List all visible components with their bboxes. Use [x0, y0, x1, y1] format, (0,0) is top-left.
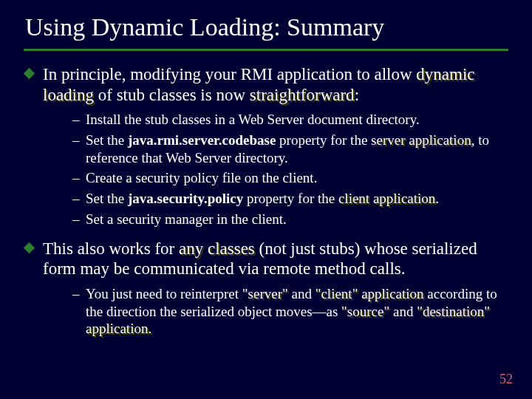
text: You just need to reinterpret	[86, 286, 242, 301]
text: and	[389, 304, 417, 319]
text: Set the	[86, 132, 128, 148]
text: Set a security manager in the client.	[86, 211, 287, 227]
page-number: 52	[499, 372, 513, 387]
emph-destination: "destination"	[417, 304, 490, 319]
sub-list-2: You just need to reinterpret "server" an…	[21, 285, 511, 338]
code-codebase: java.rmi.server.codebase	[128, 132, 276, 148]
text: .	[435, 191, 439, 206]
sub-item: Set the java.rmi.server.codebase propert…	[72, 132, 511, 167]
bullet-1: In principle, modifying your RMI applica…	[21, 64, 511, 105]
diamond-icon	[24, 68, 35, 80]
bullet-list-2: This also works for any classes (not jus…	[21, 239, 511, 279]
text: and	[288, 286, 316, 301]
emph-server-application: server application	[371, 132, 471, 148]
slide-title: Using Dynamic Loading: Summary	[25, 13, 511, 41]
bullet-2: This also works for any classes (not jus…	[21, 239, 511, 279]
sub-item: Install the stub classes in a Web Server…	[72, 111, 511, 129]
text: This also works for	[43, 239, 179, 258]
emph-client-application: client application	[338, 191, 435, 206]
emph-straightforward: straightforward	[250, 86, 355, 104]
diamond-icon	[24, 242, 35, 253]
text: In principle, modifying your RMI applica…	[43, 65, 416, 83]
bullet-list: In principle, modifying your RMI applica…	[21, 64, 511, 105]
sub-item: Set the java.security.policy property fo…	[72, 190, 511, 208]
text: Set the	[86, 191, 128, 206]
emph-client: "client"	[316, 286, 358, 301]
text: :	[355, 86, 359, 104]
text: property for the	[276, 132, 371, 148]
emph-source: "source"	[341, 304, 389, 319]
emph-any-classes: any classes	[179, 239, 255, 258]
sub-list-1: Install the stub classes in a Web Server…	[21, 111, 511, 228]
text: Create a security policy file on the cli…	[86, 170, 317, 185]
emph-application: application	[358, 286, 423, 301]
text: Install the stub classes in a Web Server…	[86, 112, 420, 127]
sub-item: Set a security manager in the client.	[72, 211, 511, 228]
emph-server: "server"	[242, 286, 288, 301]
text: of stub classes is now	[94, 86, 250, 104]
slide: Using Dynamic Loading: Summary In princi…	[0, 0, 532, 399]
code-policy: java.security.policy	[128, 191, 243, 206]
emph-application2: application.	[86, 321, 151, 336]
text: property for the	[243, 191, 338, 206]
sub-item: You just need to reinterpret "server" an…	[72, 285, 511, 338]
sub-item: Create a security policy file on the cli…	[72, 169, 511, 187]
title-underline	[24, 49, 508, 51]
